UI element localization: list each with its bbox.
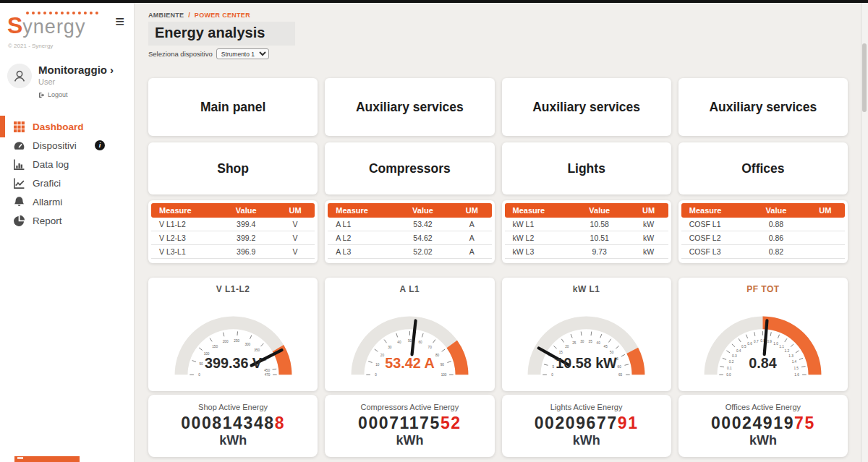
copyright-text: © 2021 - Synergy [8,43,134,49]
gauge-dial: 010203040506070809010053.42 A [325,294,494,384]
svg-text:100: 100 [441,373,447,377]
table-cell: 0.82 [746,247,805,256]
scrollbar-thumb[interactable] [862,43,867,112]
table-cell: V [276,247,315,256]
info-badge-icon[interactable]: i [95,140,105,150]
table-row: kW L110.58kW [505,218,668,231]
table-cell: V [276,220,315,228]
table-row: kW L210.51kW [505,231,668,245]
column-header: Measure [151,206,217,215]
svg-text:0.0: 0.0 [727,373,732,377]
gauge-title: kW L1 [502,284,671,294]
sidebar: Synergy ≡ © 2021 - Synergy Monitoraggio›… [0,3,135,462]
device-select-label: Seleziona dispositivo [148,50,213,58]
panel-button-auxiliary-services[interactable]: Auxiliary services [325,78,494,136]
svg-text:90: 90 [441,363,445,367]
table-row: A L352.02A [328,245,491,259]
logout-label: Logout [48,91,68,98]
svg-text:0.84: 0.84 [749,355,777,371]
svg-text:35: 35 [589,340,593,343]
counter-unit: kWh [678,433,848,448]
user-name[interactable]: Monitoraggio› [38,64,114,77]
table-cell: 52.02 [393,247,452,256]
table-cell [806,234,845,242]
logo-rest: ynergy [22,16,85,38]
counter-unit: kWh [502,433,671,448]
counter-label: Lights Active Energy [502,403,671,411]
svg-text:80: 80 [435,354,440,357]
panel-button-shop[interactable]: Shop [148,142,318,194]
sidebar-item-report[interactable]: Report [0,211,134,230]
sidebar-menu: DashboardDispositiviiData logGraficiAlla… [0,117,134,230]
svg-text:20: 20 [565,346,569,349]
svg-text:1.1: 1.1 [780,345,785,348]
panel-button-compressors[interactable]: Compressors [325,142,494,194]
breadcrumb-section[interactable]: AMBIENTE [148,12,184,19]
gauge-card-a-l1: A L1010203040506070809010053.42 A [325,278,494,391]
logout-button[interactable]: Logout [38,88,114,101]
column-header: Measure [328,206,393,215]
svg-text:53.42 A: 53.42 A [385,355,434,371]
sidebar-item-dashboard[interactable]: Dashboard [0,117,134,136]
measure-table: MeasureValueUMkW L110.58kWkW L210.51kWkW… [502,200,671,263]
line-chart-icon [13,177,25,189]
table-cell: 9.73 [570,247,629,256]
table-cell: 0.86 [746,234,805,242]
svg-text:200: 200 [222,340,228,343]
table-cell: 54.62 [393,234,452,242]
panel-buttons-row-2: ShopCompressorsLightsOffices [148,142,848,194]
table-cell: kW [629,234,668,242]
bottom-orange-widget[interactable] [14,456,80,462]
sidebar-item-label: Grafici [33,178,61,189]
device-select[interactable]: Strumento 1 [216,48,269,59]
sidebar-item-allarmi[interactable]: Allarmi [0,192,134,211]
svg-text:70: 70 [427,346,432,349]
gauge-dial: 050100150200250300350400450470399.36 V [148,294,318,384]
table-cell: 396.9 [217,247,276,256]
table-cell: kW L3 [505,247,571,256]
svg-text:1.3: 1.3 [789,354,794,358]
svg-text:1.2: 1.2 [785,349,790,353]
gauge-card-v-l1-l2: V L1-L2050100150200250300350400450470399… [148,278,318,391]
sidebar-item-label: Data log [33,159,69,170]
chevron-right-icon: › [110,64,114,76]
gauge-dial: 0.00.10.20.30.40.50.60.70.80.91.01.11.21… [678,294,848,384]
gauge-card-pf-tot: PF TOT0.00.10.20.30.40.50.60.70.80.91.01… [678,278,848,391]
pie-chart-icon [13,215,25,227]
panel-button-lights[interactable]: Lights [502,142,671,194]
page-title: Energy analysis [148,22,295,46]
column-header: UM [629,206,668,215]
table-row: A L153.42A [328,218,491,231]
counter-label: Compressors Active Energy [325,403,494,411]
table-cell [806,220,845,228]
user-role: User [38,77,114,86]
logout-icon [38,88,45,101]
svg-text:30: 30 [388,346,392,349]
app-logo: Synergy ≡ [0,3,134,40]
svg-text:20: 20 [380,354,385,357]
table-row: V L3-L1396.9V [151,245,315,259]
svg-text:0.2: 0.2 [729,360,734,364]
panel-button-offices[interactable]: Offices [678,142,848,194]
table-cell: A [452,247,491,256]
svg-text:350: 350 [254,348,260,352]
table-cell: A [452,220,491,228]
sidebar-item-data-log[interactable]: Data log [0,155,134,174]
hamburger-menu-icon[interactable]: ≡ [115,14,124,29]
table-cell: V [276,234,315,242]
panel-button-main-panel[interactable]: Main panel [148,78,318,136]
sidebar-item-grafici[interactable]: Grafici [0,174,134,192]
column-header: Value [217,206,276,215]
svg-text:50: 50 [199,362,203,366]
panel-button-auxiliary-services[interactable]: Auxiliary services [502,78,671,136]
panel-button-auxiliary-services[interactable]: Auxiliary services [678,78,848,136]
column-header: Measure [505,206,571,215]
breadcrumb: AMBIENTE / POWER CENTER [148,12,848,19]
sidebar-item-dispositivi[interactable]: Dispositivii [0,136,134,155]
table-cell: kW [629,247,668,256]
bar-chart-icon [13,158,25,171]
svg-text:50: 50 [610,351,614,354]
breadcrumb-page[interactable]: POWER CENTER [195,12,250,19]
vertical-scrollbar[interactable] [861,3,868,462]
table-cell: kW [629,220,668,228]
